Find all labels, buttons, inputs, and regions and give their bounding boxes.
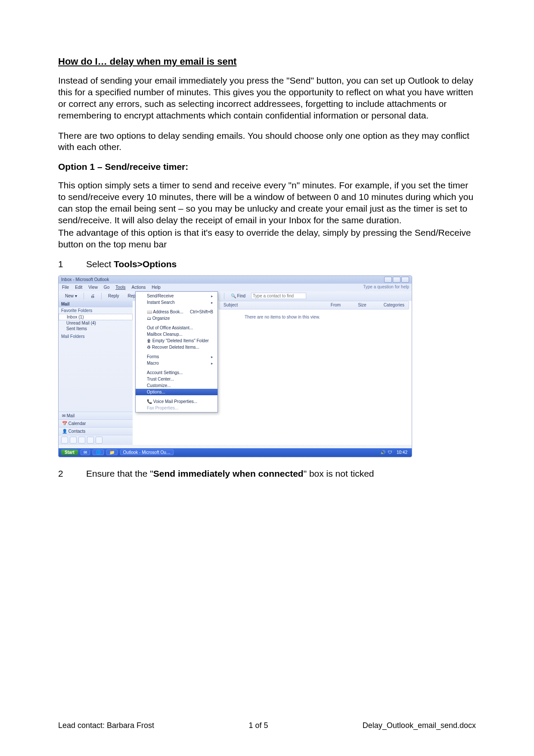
folder-list-icon[interactable] [78, 437, 85, 444]
nav-item-inbox[interactable]: Inbox (1) [59, 314, 133, 320]
system-tray: 🔊 🛡 10:42 [380, 450, 409, 455]
empty-view-message: There are no items to show in this view. [245, 315, 320, 319]
nav-button-calendar[interactable]: 📅 Calendar [59, 419, 133, 427]
outlook-screenshot: Inbox - Microsoft Outlook File Edit View… [58, 275, 412, 457]
menu-item-recover-deleted[interactable]: ♻ Recover Deleted Items... [136, 344, 217, 350]
step-text-prefix: Ensure that the " [86, 469, 153, 478]
col-categories[interactable]: Categories [384, 303, 404, 307]
close-button[interactable] [401, 277, 409, 283]
nav-item-sent[interactable]: Sent Items [59, 326, 133, 331]
minimize-button[interactable] [384, 277, 392, 283]
menu-item-send-receive[interactable]: Send/Receive [136, 293, 217, 299]
tray-clock: 10:42 [395, 450, 409, 455]
menu-item-options[interactable]: Options... [136, 389, 217, 395]
option1-paragraph-1: This option simply sets a timer to send … [58, 180, 476, 226]
menu-separator [137, 368, 138, 368]
menu-item-instant-search[interactable]: Instant Search [136, 299, 217, 306]
menu-item-address-book[interactable]: 📖 Address Book...Ctrl+Shift+B [136, 309, 217, 315]
page-footer: Lead contact: Barbara Frost 1 of 5 Delay… [58, 721, 476, 730]
menu-item-mailbox-cleanup[interactable]: Mailbox Cleanup... [136, 331, 217, 337]
option1-paragraph-2: The advantage of this option is that it'… [58, 227, 476, 250]
step-2: 2 Ensure that the "Send immediately when… [58, 469, 476, 479]
step-text-suffix: " box is not ticked [304, 469, 374, 478]
toolbar-separator [224, 293, 224, 300]
footer-filename: Delay_Outlook_email_send.docx [363, 721, 476, 730]
window-titlebar: Inbox - Microsoft Outlook [59, 276, 412, 284]
nav-favorite-folders: Favorite Folders [59, 307, 133, 314]
menu-separator [137, 323, 138, 323]
find-button[interactable]: 🔍 Find [228, 293, 248, 299]
toolbar: New ▾ 🖨 Reply Reply to All Forward Send/… [59, 291, 412, 301]
menu-item-account-settings[interactable]: Account Settings... [136, 369, 217, 376]
menu-edit[interactable]: Edit [75, 285, 82, 290]
column-headers: Subject From Size Categories [219, 301, 409, 309]
configure-icon[interactable] [96, 437, 102, 444]
menu-item-forms[interactable]: Forms [136, 353, 217, 360]
tray-icon[interactable]: 🛡 [388, 450, 392, 455]
toolbar-separator [84, 293, 84, 300]
intro-paragraph-1: Instead of sending your email immediatel… [58, 75, 476, 122]
col-size[interactable]: Size [358, 303, 366, 307]
col-subject[interactable]: Subject [224, 303, 238, 307]
menu-item-out-of-office[interactable]: Out of Office Assistant... [136, 325, 217, 331]
menu-item-voicemail-props[interactable]: 📞 Voice Mail Properties... [136, 398, 217, 405]
window-title: Inbox - Microsoft Outlook [61, 277, 109, 282]
nav-bottom: ✉ Mail 📅 Calendar 👤 Contacts [59, 412, 133, 445]
menu-item-macro[interactable]: Macro [136, 360, 217, 366]
taskbar-app-outlook[interactable]: Outlook - Microsoft Ou… [120, 450, 174, 455]
footer-page-number: 1 of 5 [248, 721, 268, 730]
menu-item-customize[interactable]: Customize... [136, 382, 217, 389]
menu-item-trust-center[interactable]: Trust Center... [136, 376, 217, 382]
menu-bar: File Edit View Go Tools Actions Help [59, 284, 412, 292]
navigation-pane: Mail Favorite Folders Inbox (1) Unread M… [59, 301, 133, 445]
menu-separator [137, 307, 138, 307]
nav-button-contacts[interactable]: 👤 Contacts [59, 427, 133, 435]
step-text: Select Tools>Options [86, 259, 476, 269]
step-1: 1 Select Tools>Options [58, 259, 476, 269]
quick-launch-icon[interactable]: 🌐 [93, 450, 104, 455]
tasks-icon[interactable] [61, 437, 68, 444]
page-title: How do I… delay when my email is sent [58, 56, 476, 67]
menu-item-organize[interactable]: 🗂 Organize [136, 315, 217, 322]
menu-separator [137, 397, 138, 397]
menu-view[interactable]: View [88, 285, 98, 290]
menu-go[interactable]: Go [104, 285, 109, 290]
tray-icon[interactable]: 🔊 [380, 450, 385, 455]
window-buttons [384, 277, 409, 283]
step-number: 1 [58, 259, 86, 269]
nav-header-mail: Mail [59, 301, 133, 307]
menu-help[interactable]: Help [152, 285, 161, 290]
shortcuts-icon[interactable] [87, 437, 94, 444]
step-text-bold: Tools>Options [114, 259, 177, 269]
nav-button-mail[interactable]: ✉ Mail [59, 412, 133, 419]
quick-launch-icon[interactable]: 📁 [106, 450, 118, 455]
menu-tools[interactable]: Tools [115, 285, 125, 290]
step-text: Ensure that the "Send immediately when c… [86, 469, 476, 479]
menu-actions[interactable]: Actions [132, 285, 146, 290]
nav-mini-icons [59, 435, 133, 445]
start-button[interactable]: Start [61, 450, 78, 455]
windows-taskbar: Start ✉ 🌐 📁 Outlook - Microsoft Ou… 🔊 🛡 … [59, 448, 412, 457]
nav-item-unread[interactable]: Unread Mail (4) [59, 320, 133, 326]
footer-lead-contact: Lead contact: Barbara Frost [58, 721, 154, 730]
tools-menu: Send/Receive Instant Search 📖 Address Bo… [135, 291, 218, 412]
intro-paragraph-2: There are two options to delay sending e… [58, 130, 476, 153]
menu-item-empty-deleted[interactable]: 🗑 Empty "Deleted Items" Folder [136, 337, 217, 344]
print-icon[interactable]: 🖨 [87, 293, 98, 299]
toolbar-separator [101, 293, 102, 300]
new-button[interactable]: New ▾ [62, 293, 80, 299]
menu-separator [137, 352, 138, 352]
nav-mail-folders: Mail Folders [59, 333, 133, 340]
reply-button[interactable]: Reply [105, 293, 122, 299]
step-number: 2 [58, 469, 86, 479]
maximize-button[interactable] [393, 277, 400, 283]
step-text-prefix: Select [86, 259, 114, 269]
notes-icon[interactable] [70, 437, 77, 444]
step-text-bold: Send immediately when connected [153, 469, 304, 478]
contact-find-input[interactable] [251, 293, 306, 299]
quick-launch-icon[interactable]: ✉ [81, 450, 90, 455]
menu-item-fax-props: Fax Properties... [136, 405, 217, 411]
help-hint[interactable]: Type a question for help [363, 284, 409, 289]
col-from[interactable]: From [331, 303, 341, 307]
menu-file[interactable]: File [62, 285, 69, 290]
